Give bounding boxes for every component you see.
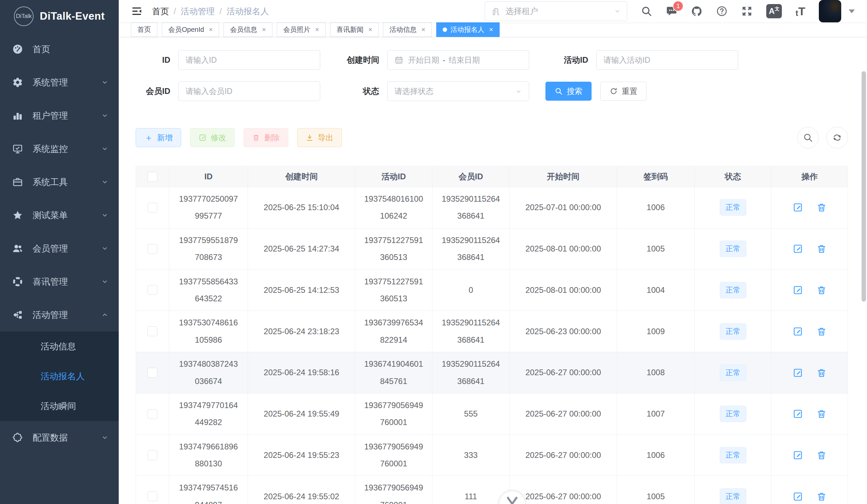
filter-member-id-label: 会员ID — [132, 86, 170, 97]
app-logo[interactable]: DiTalk DiTalk-Event — [0, 0, 119, 33]
github-icon[interactable] — [691, 6, 703, 17]
avatar[interactable] — [819, 0, 841, 22]
cell-id: 1937480387243036674 — [169, 352, 248, 393]
create-time-range-picker[interactable]: 开始日期 - 结束日期 — [387, 50, 529, 70]
edit-row-icon[interactable] — [792, 450, 803, 461]
edit-row-icon[interactable] — [792, 243, 803, 254]
close-icon[interactable]: × — [368, 26, 373, 34]
fullscreen-icon[interactable] — [741, 6, 753, 17]
sidebar-item-activity-management[interactable]: 活动管理 — [0, 298, 119, 331]
tab-activity-info[interactable]: 活动信息× — [383, 22, 432, 37]
delete-button-label: 删除 — [264, 132, 280, 143]
row-checkbox[interactable] — [148, 409, 157, 419]
row-checkbox[interactable] — [148, 285, 157, 295]
sidebar-item-tenant-management[interactable]: 租户管理 — [0, 99, 119, 132]
edit-row-icon[interactable] — [792, 202, 803, 213]
reset-button-label: 重置 — [622, 86, 638, 97]
export-button[interactable]: 导出 — [297, 128, 342, 147]
sidebar-item-system-management[interactable]: 系统管理 — [0, 66, 119, 99]
sidebar-item-activity-registrant[interactable]: 活动报名人 — [0, 361, 119, 391]
delete-row-icon[interactable] — [816, 408, 827, 419]
font-size-icon[interactable]: tT — [795, 5, 805, 18]
tab-label: 会员OpenId — [168, 25, 204, 34]
select-all-checkbox[interactable] — [148, 172, 157, 182]
delete-row-icon[interactable] — [816, 450, 827, 461]
delete-row-icon[interactable] — [816, 326, 827, 337]
translate-icon[interactable]: A 文 — [766, 4, 782, 18]
scrollbar-thumb[interactable] — [861, 71, 866, 302]
sidebar-collapse-icon[interactable] — [131, 6, 142, 17]
sidebar-item-label: 配置数据 — [33, 432, 101, 444]
delete-button[interactable]: 删除 — [244, 128, 288, 147]
sidebar-item-home[interactable]: 首页 — [0, 33, 119, 66]
tab-member-openid[interactable]: 会员OpenId× — [162, 22, 219, 37]
reset-button[interactable]: 重置 — [600, 82, 646, 101]
delete-row-icon[interactable] — [816, 202, 827, 213]
tenant-select[interactable]: 选择租户 — [485, 1, 627, 21]
tab-member-info[interactable]: 会员信息× — [224, 22, 272, 37]
notification-badge: 1 — [673, 1, 684, 12]
cell-start-time: 2025-06-27 00:00:00 — [510, 435, 617, 476]
edit-row-icon[interactable] — [792, 326, 803, 337]
tab-label: 会员照片 — [283, 25, 310, 34]
edit-row-icon[interactable] — [792, 285, 803, 296]
edit-row-icon[interactable] — [792, 491, 803, 502]
sidebar-item-activity-moment[interactable]: 活动瞬间 — [0, 391, 119, 421]
delete-row-icon[interactable] — [816, 285, 827, 296]
search-button[interactable]: 搜索 — [545, 82, 591, 101]
table-row: 19374803872430366742025-06-24 19:58:1619… — [136, 352, 848, 394]
row-checkbox[interactable] — [148, 492, 157, 501]
caret-down-icon[interactable] — [849, 10, 855, 13]
cell-create-time: 2025-06-24 23:18:23 — [248, 311, 355, 352]
row-checkbox[interactable] — [148, 203, 157, 212]
sidebar-item-system-monitor[interactable]: 系统监控 — [0, 132, 119, 165]
cell-checkin-code: 1007 — [617, 394, 695, 435]
search-icon[interactable] — [641, 6, 652, 17]
tab-home[interactable]: 首页 — [131, 22, 157, 37]
close-icon[interactable]: × — [209, 26, 213, 34]
sidebar-item-system-tools[interactable]: 系统工具 — [0, 165, 119, 199]
cell-checkin-code: 1008 — [617, 352, 695, 393]
refresh-table-button[interactable] — [826, 127, 848, 149]
show-search-toggle-button[interactable] — [797, 127, 819, 149]
edit-row-icon[interactable] — [792, 408, 803, 419]
tab-activity-registrant[interactable]: 活动报名人× — [436, 22, 500, 37]
sidebar-item-member-management[interactable]: 会员管理 — [0, 232, 119, 265]
delete-row-icon[interactable] — [816, 243, 827, 254]
delete-row-icon[interactable] — [816, 368, 827, 378]
header-create-time: 创建时间 — [248, 166, 355, 187]
sidebar-item-config-data[interactable]: 配置数据 — [0, 421, 119, 454]
message-icon[interactable]: 1 — [666, 6, 677, 17]
help-icon[interactable] — [716, 6, 728, 17]
status-badge: 正常 — [720, 282, 746, 298]
breadcrumb-home[interactable]: 首页 — [152, 6, 169, 17]
close-icon[interactable]: × — [315, 26, 319, 34]
close-icon[interactable]: × — [262, 26, 266, 34]
sidebar-item-news-management[interactable]: 喜讯管理 — [0, 265, 119, 298]
sidebar-item-activity-info[interactable]: 活动信息 — [0, 331, 119, 361]
cell-id: 1937755856433643522 — [169, 270, 248, 311]
translate-sub-glyph: 文 — [775, 6, 780, 12]
sidebar-item-test-menu[interactable]: 测试菜单 — [0, 199, 119, 232]
add-button[interactable]: ＋ 新增 — [136, 128, 181, 147]
row-checkbox[interactable] — [148, 326, 157, 336]
activity-id-input[interactable]: 请输入活动ID — [596, 50, 738, 70]
cell-status: 正常 — [695, 228, 772, 270]
cell-id: 1937770250097995777 — [169, 187, 248, 228]
status-badge: 正常 — [720, 406, 746, 422]
cell-status: 正常 — [695, 394, 772, 435]
row-checkbox[interactable] — [148, 368, 157, 377]
row-checkbox[interactable] — [148, 450, 157, 460]
id-input[interactable]: 请输入ID — [179, 50, 320, 70]
edit-button[interactable]: 修改 — [190, 128, 235, 147]
close-icon[interactable]: × — [489, 26, 493, 34]
lifebuoy-icon — [12, 276, 23, 287]
row-checkbox[interactable] — [148, 244, 157, 254]
edit-row-icon[interactable] — [792, 368, 803, 378]
tab-news[interactable]: 喜讯新闻× — [330, 22, 379, 37]
delete-row-icon[interactable] — [816, 491, 827, 502]
status-select[interactable]: 请选择状态 — [387, 81, 529, 101]
member-id-input[interactable]: 请输入会员ID — [179, 81, 320, 101]
tab-member-photo[interactable]: 会员照片× — [277, 22, 325, 37]
close-icon[interactable]: × — [421, 26, 425, 34]
